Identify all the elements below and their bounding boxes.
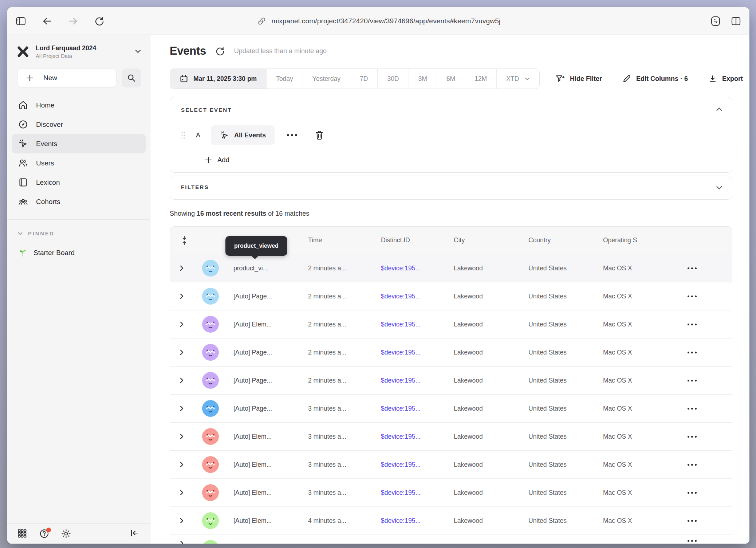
collapse-panel-icon[interactable] [716,106,722,113]
pinned-section-header[interactable]: PINNED [7,220,150,239]
table-row[interactable]: [Auto] Page... 2 minutes a... $device:19… [170,367,732,395]
lexicon-book-icon [18,177,28,187]
table-row[interactable]: [Auto] Page... 3 minutes a... $device:19… [170,395,732,423]
range-7d[interactable]: 7D [350,69,378,89]
range-yesterday[interactable]: Yesterday [303,69,350,89]
sidebar-item-users[interactable]: Users [12,153,146,173]
cohorts-icon [18,197,28,207]
time-cell: 4 minutes a... [302,517,375,525]
expand-row-icon[interactable] [180,540,184,544]
distinct-id-link[interactable]: $device:195... [375,293,448,300]
column-header-os[interactable]: Operating S [597,236,652,244]
project-switcher[interactable]: Lord Farquaad 2024 All Project Data [7,42,150,61]
table-row[interactable]: [Auto] Elem... 4 minutes a... $device:19… [170,507,732,535]
event-more-icon[interactable] [284,134,300,136]
range-6m[interactable]: 6M [437,69,465,89]
refresh-icon[interactable] [216,47,225,56]
expand-row-icon[interactable] [180,517,184,524]
address-bar[interactable]: mixpanel.com/project/3472420/view/397469… [256,7,501,35]
table-row[interactable]: [Auto] Elem... 3 minutes a... $device:19… [170,451,732,479]
distinct-id-link[interactable]: $device:195... [375,461,448,469]
row-more-icon[interactable] [688,380,697,381]
column-header-country[interactable]: Country [523,236,597,244]
trash-icon[interactable] [315,130,324,140]
table-row[interactable]: [Auto] Elem... 3 minutes a... $device:19… [170,423,732,451]
row-more-icon[interactable] [688,464,697,466]
column-header-time[interactable]: Time [302,236,375,244]
table-row[interactable]: [Auto] Elem... 2 minutes a... $device:19… [170,310,732,338]
gear-icon[interactable] [61,529,71,539]
expand-row-icon[interactable] [180,377,184,384]
apps-grid-icon[interactable] [17,529,28,539]
sidebar-item-cohorts[interactable]: Cohorts [12,192,146,211]
sidebar-item-lexicon[interactable]: Lexicon [12,173,146,192]
date-picker-button[interactable]: Mar 11, 2025 3:30 pm [170,69,267,89]
city-cell: Lakewood [448,293,523,300]
row-more-icon[interactable] [688,324,697,325]
sidebar-item-home[interactable]: Home [12,95,146,115]
reload-icon[interactable] [94,16,105,27]
range-today[interactable]: Today [267,69,303,89]
sidebar-item-discover[interactable]: Discover [12,115,146,134]
drag-handle-icon[interactable] [181,131,185,139]
distinct-id-link[interactable]: $device:195... [375,349,448,356]
distinct-id-link[interactable]: $device:195... [375,405,448,412]
expand-row-icon[interactable] [180,461,184,468]
add-event-button[interactable]: Add [204,156,229,164]
column-header-distinct-id[interactable]: Distinct ID [375,236,448,244]
range-30d[interactable]: 30D [378,69,409,89]
range-3m[interactable]: 3M [409,69,437,89]
hide-filter-button[interactable]: Hide Filter [555,74,602,83]
sidebar-toggle-icon[interactable] [15,16,26,27]
event-avatar-icon [202,372,219,389]
sidebar-item-events[interactable]: Events [12,134,146,153]
distinct-id-link[interactable]: $device:195... [375,489,448,497]
edit-columns-button[interactable]: Edit Columns · 6 [622,74,688,83]
row-more-icon[interactable] [688,492,697,494]
range-xtd[interactable]: XTD [497,69,539,89]
page-settings-icon[interactable] [710,16,721,27]
table-row[interactable]: [Auto] Page... 2 minutes a... $device:19… [170,282,732,310]
collapse-sidebar-icon[interactable] [130,529,140,539]
row-more-icon[interactable] [688,540,697,542]
date-range-control: Mar 11, 2025 3:30 pm Today Yesterday 7D … [170,68,540,89]
row-more-icon[interactable] [688,436,697,438]
event-selector[interactable]: All Events [211,125,275,145]
expand-row-icon[interactable] [180,349,184,356]
city-cell: Lakewood [448,461,523,469]
row-more-icon[interactable] [688,408,697,410]
expand-row-icon[interactable] [180,321,184,328]
time-cell: 2 minutes a... [302,265,375,272]
table-row[interactable]: [Auto] Page... 2 minutes a... $device:19… [170,338,732,367]
search-icon [127,74,136,82]
distinct-id-link[interactable]: $device:195... [375,517,448,525]
expand-panel-icon[interactable] [716,185,722,191]
row-more-icon[interactable] [688,267,697,269]
row-more-icon[interactable] [688,520,697,522]
split-view-icon[interactable] [731,16,741,27]
row-more-icon[interactable] [688,295,697,297]
new-button[interactable]: New [17,68,117,87]
help-icon[interactable] [39,529,50,539]
table-row[interactable] [170,535,732,544]
distinct-id-link[interactable]: $device:195... [375,265,448,272]
forward-icon[interactable] [68,16,79,27]
back-icon[interactable] [42,16,52,27]
distinct-id-link[interactable]: $device:195... [375,377,448,384]
expand-row-icon[interactable] [180,293,184,300]
sidebar-item-starter-board[interactable]: Starter Board [7,239,150,267]
distinct-id-link[interactable]: $device:195... [375,321,448,328]
expand-row-icon[interactable] [180,433,184,440]
expand-row-icon[interactable] [180,265,184,271]
table-row[interactable]: [Auto] Elem... 3 minutes a... $device:19… [170,479,732,507]
collapse-expand-all-icon[interactable] [182,235,187,246]
expand-row-icon[interactable] [180,405,184,412]
search-button[interactable] [122,68,141,87]
distinct-id-link[interactable]: $device:195... [375,433,448,441]
project-name: Lord Farquaad 2024 [36,44,129,52]
range-12m[interactable]: 12M [465,69,497,89]
row-more-icon[interactable] [688,352,697,353]
column-header-city[interactable]: City [448,236,523,244]
expand-row-icon[interactable] [180,489,184,496]
export-button[interactable]: Export [708,74,743,83]
